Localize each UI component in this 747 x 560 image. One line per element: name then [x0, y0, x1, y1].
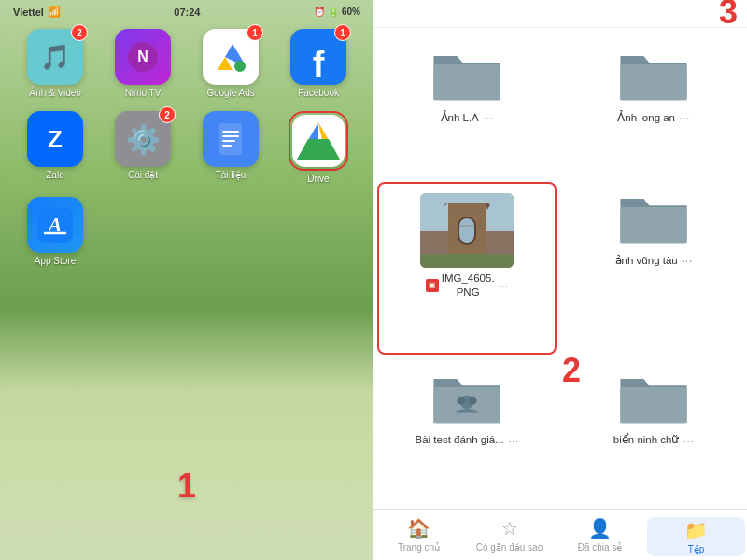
- badge-settings: 2: [159, 106, 176, 123]
- file-name-bien-ninh-chu: biển ninh chữ: [613, 433, 680, 447]
- file-grid: Ảnh L.A ··· Ảnh long an ···: [374, 28, 747, 509]
- folder-anh-la[interactable]: Ảnh L.A ···: [374, 35, 560, 178]
- svg-rect-39: [420, 254, 514, 268]
- badge-googleads: 1: [247, 24, 263, 41]
- status-time: 07:24: [174, 7, 200, 18]
- svg-rect-25: [433, 64, 500, 100]
- nav-starred[interactable]: ☆ Có gắn đầu sao: [464, 517, 555, 556]
- file-img4605[interactable]: IMG_4605.PNG ···: [377, 182, 557, 355]
- status-right: ⏰ 🔋 60%: [314, 7, 360, 17]
- file-name-bai-test: Bài test đánh giá...: [416, 433, 504, 447]
- battery-icon: 🔋: [328, 7, 339, 17]
- app-label-tiktok: Ảnh & Video: [29, 88, 81, 98]
- file-name-row-anh-la: Ảnh L.A ···: [385, 110, 549, 125]
- app-docs[interactable]: Tài liệu: [190, 111, 271, 184]
- folder-bai-test[interactable]: Bài test đánh giá... ···: [374, 358, 560, 501]
- nav-shared[interactable]: 👤 Đã chia sẻ: [555, 517, 645, 556]
- folder-icon-anh-vung-tau: [616, 188, 691, 248]
- app-label-drive: Drive: [307, 174, 329, 184]
- bottom-navigation: 🏠 Trang chủ ☆ Có gắn đầu sao 👤 Đã chia s…: [374, 509, 747, 560]
- svg-point-44: [469, 397, 477, 405]
- googleads-icon: 1: [203, 29, 259, 85]
- nav-label-shared: Đã chia sẻ: [578, 542, 623, 553]
- star-icon: ☆: [501, 517, 518, 539]
- dots-btn-anh-long-an[interactable]: ···: [679, 110, 690, 125]
- app-grid-row1: 🎵 2 Ảnh & Video N Nimo TV 1 Goog: [0, 20, 374, 275]
- home-icon: 🏠: [407, 517, 430, 539]
- svg-point-4: [234, 61, 246, 72]
- app-label-googleads: Google Ads: [206, 88, 255, 98]
- right-drive-screen: 3 Ảnh L.A ···: [374, 0, 747, 560]
- nav-trang-chu[interactable]: 🏠 Trang chủ: [374, 517, 464, 556]
- svg-rect-32: [459, 218, 474, 243]
- file-name-anh-la: Ảnh L.A: [441, 111, 479, 125]
- battery-text: 60%: [342, 7, 360, 17]
- file-name-row-bien-ninh-chu: biển ninh chữ ···: [571, 433, 736, 448]
- svg-rect-26: [620, 64, 686, 100]
- file-name-anh-vung-tau: ảnh vũng tàu: [615, 254, 678, 268]
- badge-tiktok: 2: [71, 24, 88, 41]
- person-icon: 👤: [588, 517, 612, 539]
- file-name-row-anh-long-an: Ảnh long an ···: [571, 110, 736, 125]
- zalo-icon: Z: [27, 111, 83, 167]
- dots-btn-img4605[interactable]: ···: [498, 278, 509, 293]
- svg-rect-10: [222, 145, 232, 147]
- app-label-facebook: Facebook: [298, 88, 339, 98]
- app-zalo[interactable]: Z Zalo: [15, 111, 95, 184]
- folder-anh-long-an[interactable]: Ảnh long an ···: [560, 35, 747, 178]
- folder-icon-anh-long-an: [616, 45, 691, 105]
- app-drive[interactable]: Drive: [278, 111, 359, 184]
- app-label-docs: Tài liệu: [216, 170, 247, 180]
- appstore-icon: A: [27, 197, 83, 253]
- svg-rect-7: [222, 131, 239, 133]
- dots-btn-bien-ninh-chu[interactable]: ···: [683, 433, 694, 448]
- app-label-zalo: Zalo: [46, 170, 63, 180]
- nav-label-starred: Có gắn đầu sao: [476, 542, 543, 553]
- image-info-img4605: IMG_4605.PNG ···: [426, 272, 509, 300]
- app-googleads[interactable]: 1 Google Ads: [190, 29, 271, 98]
- nimo-icon: N: [115, 29, 171, 85]
- app-label-nimo: Nimo TV: [125, 88, 162, 98]
- status-carrier: Viettel 📶: [13, 6, 61, 18]
- nav-files[interactable]: 📁 Tệp: [647, 517, 745, 556]
- svg-rect-9: [222, 140, 235, 142]
- svg-point-43: [457, 397, 465, 405]
- dots-btn-bai-test[interactable]: ···: [508, 433, 519, 448]
- status-bar: Viettel 📶 07:24 ⏰ 🔋 60%: [0, 0, 374, 20]
- drive-icon: [292, 115, 345, 167]
- folder-icon-bien-ninh-chu: [616, 368, 691, 428]
- wifi-icon: 📶: [48, 6, 61, 18]
- step-label-2: 2: [562, 351, 581, 390]
- app-facebook[interactable]: f 1 Facebook: [278, 29, 359, 98]
- carrier-text: Viettel: [13, 7, 44, 18]
- app-nimo[interactable]: N Nimo TV: [103, 29, 183, 98]
- folder-icon-bai-test: [430, 368, 504, 428]
- nav-label-files: Tệp: [688, 544, 705, 554]
- file-name-row-bai-test: Bài test đánh giá... ···: [385, 433, 549, 448]
- svg-rect-6: [219, 123, 242, 155]
- svg-text:N: N: [137, 49, 148, 64]
- folder-anh-vung-tau[interactable]: ảnh vũng tàu ···: [560, 178, 747, 358]
- app-appstore[interactable]: A App Store: [15, 197, 95, 266]
- app-label-appstore: App Store: [35, 256, 76, 266]
- dots-btn-anh-vung-tau[interactable]: ···: [682, 253, 693, 268]
- badge-facebook: 1: [334, 24, 351, 41]
- folder-icon-anh-la: [430, 45, 504, 105]
- svg-rect-45: [620, 387, 686, 423]
- alarm-icon: ⏰: [314, 7, 325, 17]
- file-name-anh-long-an: Ảnh long an: [617, 111, 675, 125]
- facebook-icon: f 1: [290, 29, 346, 85]
- app-settings[interactable]: ⚙️ 2 Cài đặt: [103, 111, 183, 184]
- nav-label-trang-chu: Trang chủ: [398, 542, 440, 553]
- svg-marker-21: [297, 139, 340, 160]
- svg-rect-40: [620, 207, 686, 243]
- image-file-icon: [426, 279, 439, 292]
- folder-bien-ninh-chu[interactable]: biển ninh chữ ··· 2: [560, 358, 747, 501]
- app-label-settings: Cài đặt: [128, 170, 158, 180]
- docs-icon: [203, 111, 259, 167]
- tiktok-icon: 🎵 2: [27, 29, 83, 85]
- app-tiktok[interactable]: 🎵 2 Ảnh & Video: [15, 29, 95, 98]
- dots-btn-anh-la[interactable]: ···: [483, 110, 494, 125]
- file-name-row-anh-vung-tau: ảnh vũng tàu ···: [571, 253, 736, 268]
- file-name-img4605: IMG_4605.PNG: [442, 272, 495, 300]
